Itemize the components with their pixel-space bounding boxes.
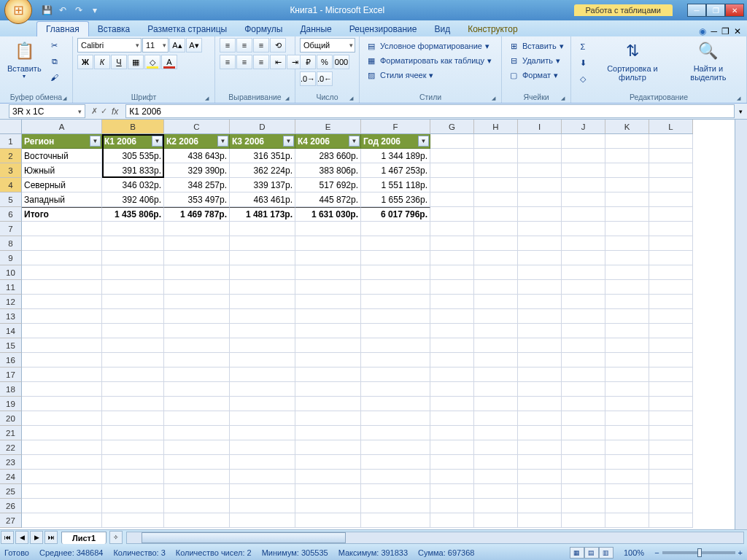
row-header[interactable]: 16 bbox=[0, 353, 22, 368]
cell[interactable] bbox=[605, 411, 649, 426]
cell[interactable] bbox=[474, 440, 518, 455]
ribbon-tab-7[interactable]: Конструктор bbox=[459, 22, 526, 36]
cell[interactable] bbox=[430, 513, 474, 528]
cell[interactable] bbox=[562, 280, 605, 295]
filter-dropdown-icon[interactable]: ▼ bbox=[349, 136, 360, 147]
ribbon-tab-0[interactable]: Главная bbox=[36, 21, 89, 36]
cell[interactable] bbox=[295, 513, 361, 528]
row-header[interactable]: 3 bbox=[0, 163, 22, 178]
cell[interactable] bbox=[562, 207, 605, 222]
cell[interactable] bbox=[562, 455, 605, 470]
cell[interactable] bbox=[361, 324, 430, 338]
cell[interactable] bbox=[230, 295, 295, 309]
cell[interactable] bbox=[649, 207, 693, 222]
cut-icon[interactable]: ✂ bbox=[47, 38, 62, 52]
cell[interactable] bbox=[430, 470, 474, 484]
cell[interactable] bbox=[605, 222, 649, 236]
cell[interactable]: 283 660р. bbox=[295, 149, 361, 163]
copy-icon[interactable]: ⧉ bbox=[47, 54, 62, 69]
column-header[interactable]: F bbox=[361, 120, 430, 134]
row-header[interactable]: 21 bbox=[0, 426, 22, 440]
cell[interactable] bbox=[361, 222, 430, 236]
cell[interactable] bbox=[230, 353, 295, 368]
cell[interactable] bbox=[518, 207, 562, 222]
cell[interactable] bbox=[649, 338, 693, 353]
cell[interactable] bbox=[518, 192, 562, 207]
row-header[interactable]: 18 bbox=[0, 382, 22, 397]
cell[interactable] bbox=[430, 382, 474, 397]
currency-icon[interactable]: ₽ bbox=[300, 55, 316, 69]
cell[interactable] bbox=[295, 324, 361, 338]
ribbon-tab-5[interactable]: Рецензирование bbox=[341, 22, 426, 36]
cell[interactable] bbox=[518, 440, 562, 455]
cell[interactable] bbox=[474, 295, 518, 309]
cell[interactable]: 348 257р. bbox=[164, 178, 230, 192]
row-header[interactable]: 25 bbox=[0, 484, 22, 499]
cell[interactable]: 1 655 236р. bbox=[361, 192, 430, 207]
column-header[interactable]: I bbox=[518, 120, 562, 134]
cell-styles-button[interactable]: ▨Стили ячеек ▾ bbox=[364, 69, 435, 82]
prev-sheet-icon[interactable]: ◀ bbox=[15, 531, 28, 544]
cell[interactable] bbox=[22, 309, 102, 324]
cell[interactable]: Итого bbox=[22, 207, 102, 222]
column-header[interactable]: A bbox=[22, 120, 102, 134]
cell[interactable] bbox=[649, 484, 693, 499]
cell[interactable] bbox=[474, 280, 518, 295]
cell[interactable] bbox=[605, 192, 649, 207]
cell[interactable]: Северный bbox=[22, 178, 102, 192]
cell[interactable] bbox=[474, 513, 518, 528]
cell[interactable] bbox=[22, 440, 102, 455]
cell[interactable] bbox=[562, 513, 605, 528]
cell[interactable] bbox=[605, 470, 649, 484]
row-header[interactable]: 1 bbox=[0, 134, 22, 149]
cell[interactable] bbox=[164, 280, 230, 295]
cell[interactable] bbox=[361, 440, 430, 455]
cell[interactable] bbox=[102, 368, 164, 382]
cell[interactable] bbox=[295, 499, 361, 513]
minimize-button[interactable]: ─ bbox=[687, 4, 706, 17]
cell[interactable] bbox=[295, 265, 361, 280]
name-box[interactable]: 3R x 1C bbox=[9, 104, 85, 118]
cell[interactable] bbox=[474, 192, 518, 207]
cell[interactable] bbox=[164, 440, 230, 455]
underline-button[interactable]: Ч bbox=[111, 55, 127, 69]
cell[interactable] bbox=[518, 513, 562, 528]
cell[interactable] bbox=[102, 513, 164, 528]
cell[interactable] bbox=[430, 455, 474, 470]
cell[interactable] bbox=[649, 470, 693, 484]
redo-icon[interactable]: ↷ bbox=[73, 4, 85, 16]
cell[interactable] bbox=[474, 484, 518, 499]
filter-dropdown-icon[interactable]: ▼ bbox=[418, 136, 429, 147]
cell[interactable] bbox=[430, 499, 474, 513]
cell[interactable] bbox=[649, 382, 693, 397]
cell[interactable] bbox=[605, 382, 649, 397]
cell[interactable] bbox=[22, 280, 102, 295]
cell[interactable] bbox=[649, 397, 693, 411]
cell[interactable] bbox=[562, 265, 605, 280]
cell[interactable] bbox=[230, 470, 295, 484]
cell[interactable]: 1 551 118р. bbox=[361, 178, 430, 192]
ribbon-tab-2[interactable]: Разметка страницы bbox=[139, 22, 236, 36]
insert-cells-button[interactable]: ⊞Вставить ▾ bbox=[506, 39, 565, 52]
cell[interactable] bbox=[102, 338, 164, 353]
cell[interactable]: 391 833р. bbox=[102, 163, 164, 178]
cell[interactable] bbox=[518, 280, 562, 295]
row-header[interactable]: 4 bbox=[0, 178, 22, 192]
table-header-cell[interactable]: Год 2006▼ bbox=[361, 134, 430, 149]
cell[interactable] bbox=[518, 265, 562, 280]
row-header[interactable]: 14 bbox=[0, 324, 22, 338]
cancel-formula-icon[interactable]: ✗ bbox=[91, 106, 98, 116]
cell[interactable] bbox=[562, 324, 605, 338]
cell[interactable] bbox=[605, 265, 649, 280]
cell[interactable] bbox=[518, 484, 562, 499]
column-header[interactable]: C bbox=[164, 120, 230, 134]
cell[interactable] bbox=[102, 309, 164, 324]
row-header[interactable]: 9 bbox=[0, 251, 22, 265]
cell[interactable] bbox=[361, 368, 430, 382]
cell[interactable] bbox=[605, 513, 649, 528]
cell[interactable] bbox=[474, 265, 518, 280]
cell[interactable] bbox=[562, 470, 605, 484]
cell[interactable] bbox=[649, 251, 693, 265]
cell[interactable] bbox=[605, 338, 649, 353]
decrease-indent-icon[interactable]: ⇤ bbox=[270, 55, 286, 69]
